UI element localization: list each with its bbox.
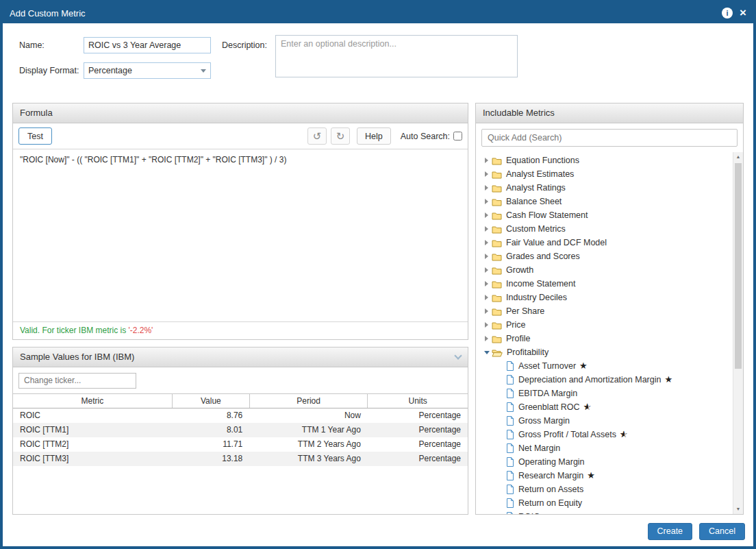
tree-folder-row[interactable]: Per Share [476,304,733,318]
tree-toggle[interactable] [481,185,492,191]
tree-folder-row[interactable]: Grades and Scores [476,249,733,263]
tree-toggle[interactable] [481,254,492,259]
create-button[interactable]: Create [648,523,693,540]
chevron-down-icon [201,69,206,73]
star-icon: ★ [579,361,589,371]
tree-folder-label: Growth [506,265,533,275]
cell-metric: ROIC [13,408,172,423]
change-ticker-input[interactable] [18,373,136,389]
scroll-up-icon[interactable]: ▲ [733,152,743,162]
folder-icon [492,156,502,165]
tree-item-row[interactable]: Depreciation and Amortization Margin ★ [476,373,733,387]
tree-toggle[interactable] [481,212,492,218]
formula-editor[interactable]: "ROIC [Now]" - (( "ROIC [TTM1]" + "ROIC … [13,149,468,321]
collapse-chevron-icon[interactable] [454,352,462,359]
sample-values-header-label: Sample Values for IBM (IBM) [20,347,134,367]
scroll-down-icon[interactable]: ▼ [733,504,743,514]
chevron-icon [485,212,488,218]
tree-toggle[interactable] [481,351,492,354]
table-row: ROIC [TTM2] 11.71 TTM 2 Years Ago Percen… [13,437,468,452]
tree-item-row[interactable]: Operating Margin [476,455,733,469]
test-button[interactable]: Test [18,127,52,145]
tree-item-row[interactable]: Net Margin [476,441,733,455]
tree-folder-row[interactable]: Analyst Estimates [476,167,733,181]
cancel-button[interactable]: Cancel [699,523,745,540]
help-button[interactable]: Help [357,127,391,145]
tree-toggle[interactable] [481,240,492,245]
tree-toggle[interactable] [481,281,492,286]
tree-folder-label: Price [506,320,525,330]
tree-folder-row[interactable]: Balance Sheet [476,195,733,208]
tree-item-row[interactable]: Research Margin ★ [476,469,733,483]
titlebar-icons: i × [722,8,746,19]
chevron-icon [484,351,490,354]
scrollbar-thumb[interactable] [735,163,742,369]
tree-folder-row[interactable]: Fair Value and DCF Model [476,236,733,249]
undo-icon[interactable]: ↺ [307,127,327,145]
tree-folder-row[interactable]: Analyst Ratings [476,181,733,195]
tree-toggle[interactable] [481,308,492,314]
tree-folder-row[interactable]: Equation Functions [476,154,733,167]
tree-toggle[interactable] [481,336,492,341]
chevron-icon [485,199,488,204]
tree-folder-label: Analyst Estimates [506,169,574,179]
scrollbar-track[interactable] [733,162,743,504]
tree-folder-row[interactable]: Profitability [476,345,733,359]
tree-item-row[interactable]: EBITDA Margin [476,387,733,400]
tree-toggle[interactable] [481,295,492,300]
redo-icon[interactable]: ↻ [331,127,350,145]
tree-folder-row[interactable]: Custom Metrics [476,222,733,236]
table-row: ROIC 8.76 Now Percentage [13,408,468,423]
tree-toggle[interactable] [481,226,492,232]
folder-icon [492,225,502,234]
tree-item-row[interactable]: ROIC [476,510,733,514]
tree-item-row[interactable]: Asset Turnover ★ [476,359,733,373]
close-icon[interactable]: × [740,8,746,19]
tree-item-row[interactable]: Gross Profit / Total Assets ☆ ★ [476,428,733,441]
validation-value: '-2.2%' [128,326,153,335]
tree-folder-row[interactable]: Growth [476,263,733,277]
metrics-tree: Equation Functions Analyst Estimates Ana… [476,152,733,514]
name-input[interactable] [84,37,211,53]
dialog-titlebar: Add Custom Metric i × [3,3,753,23]
sample-values-body: ROIC 8.76 Now Percentage ROIC [TTM1] 8.0… [13,408,468,466]
folder-icon [492,334,502,343]
quick-add-search-input[interactable] [481,129,738,147]
folder-icon [492,280,502,289]
tree-folder-label: Industry Deciles [506,293,567,302]
tree-item-row[interactable]: Greenblatt ROC ☆ ★ [476,400,733,414]
folder-icon [492,266,502,275]
cell-metric: ROIC [TTM3] [13,452,172,466]
folder-icon [492,197,502,206]
column-header-value: Value [172,394,249,408]
tree-item-label: Return on Equity [518,498,582,508]
tree-folder-row[interactable]: Price [476,318,733,332]
tree-toggle[interactable] [481,158,492,163]
chevron-icon [485,226,488,232]
cell-period: TTM 1 Year Ago [249,423,368,437]
tree-folder-row[interactable]: Cash Flow Statement [476,208,733,222]
tree-toggle[interactable] [481,171,492,177]
table-row: ROIC [TTM3] 13.18 TTM 3 Years Ago Percen… [13,452,468,466]
display-format-select[interactable]: Percentage [84,62,211,79]
auto-search-checkbox[interactable] [453,132,462,141]
main-columns: Formula Test ↺ ↻ Help Auto Search: "ROIC… [12,103,744,516]
tree-item-row[interactable]: Gross Margin [476,414,733,428]
tree-item-row[interactable]: Return on Assets [476,483,733,496]
tree-folder-row[interactable]: Industry Deciles [476,291,733,304]
tree-toggle[interactable] [481,322,492,328]
folder-icon [492,307,502,316]
sample-values-table: Metric Value Period Units ROIC 8.76 Now … [13,393,468,466]
tree-toggle[interactable] [481,199,492,204]
tree-item-label: EBITDA Margin [518,389,577,398]
display-format-label: Display Format: [19,66,79,75]
chevron-icon [485,171,488,177]
tree-folder-row[interactable]: Income Statement [476,277,733,291]
tree-item-row[interactable]: Return on Equity [476,496,733,510]
tree-item-label: Net Margin [518,443,560,453]
info-icon[interactable]: i [722,8,733,19]
folder-icon [492,170,502,179]
description-textarea[interactable] [275,35,518,77]
tree-toggle[interactable] [481,267,492,273]
tree-folder-row[interactable]: Profile [476,332,733,345]
